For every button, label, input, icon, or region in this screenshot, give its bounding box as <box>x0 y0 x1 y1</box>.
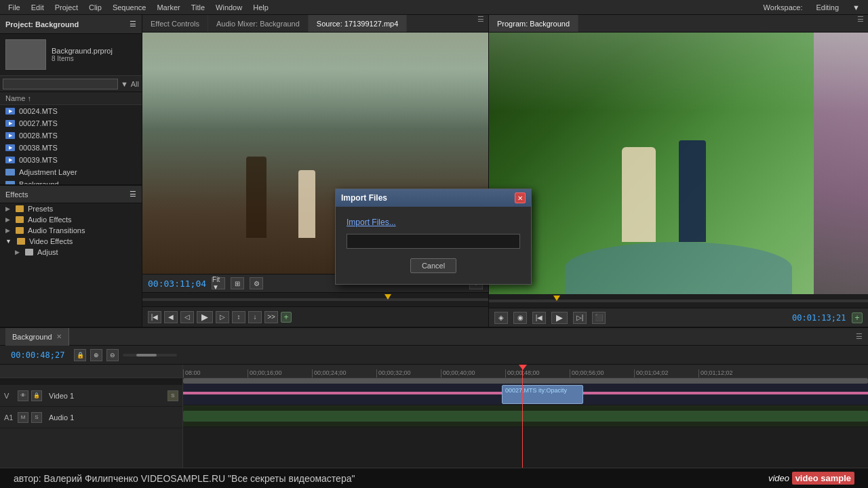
prog-go-start-btn[interactable]: |◀ <box>532 312 546 324</box>
menu-project[interactable]: Project <box>50 2 83 13</box>
filter-all-label: All <box>131 80 139 88</box>
tl-btn-1[interactable]: 🔒 <box>74 349 86 361</box>
add-track-btn[interactable]: + <box>281 312 292 323</box>
list-item[interactable]: ▶ 00024.MTS <box>0 105 142 117</box>
insert-btn[interactable]: ↕ <box>232 311 245 323</box>
source-scrub-area[interactable] <box>142 293 488 306</box>
list-item[interactable]: ▶ 00038.MTS <box>0 142 142 154</box>
tick-6: 00;00;48;00 <box>505 369 540 378</box>
groom-figure <box>679 140 706 242</box>
settings-btn[interactable]: ⚙ <box>250 277 263 289</box>
seq-close-icon[interactable]: ✕ <box>56 333 62 340</box>
menu-marker[interactable]: Marker <box>151 2 185 13</box>
step-frame-fwd-btn[interactable]: ▷ <box>216 311 229 323</box>
track-eye-btn[interactable]: 👁 <box>18 390 28 401</box>
audio-track-label: A1 M S Audio 1 <box>0 407 182 428</box>
tab-program[interactable]: Program: Background <box>489 15 578 32</box>
sequence-tab[interactable]: Background ✕ <box>5 328 69 346</box>
audio-playhead <box>522 405 523 426</box>
import-files-input[interactable] <box>347 234 520 249</box>
project-preview: Backgraund.prproj 8 Items <box>0 34 142 76</box>
zoom-handle[interactable] <box>136 354 157 357</box>
step-frame-back-btn[interactable]: ◁ <box>180 311 194 323</box>
prog-go-end-btn[interactable]: ▷| <box>573 312 587 324</box>
effects-adjust-item[interactable]: ▶ Adjust <box>0 247 142 258</box>
brand-text: video <box>768 473 792 483</box>
panel-menu-icon[interactable]: ☰ <box>130 20 136 28</box>
play-btn[interactable]: ▶ <box>197 311 213 323</box>
menu-edit[interactable]: Edit <box>26 2 50 13</box>
effects-video-effects-item[interactable]: ▼ Video Effects <box>0 236 142 247</box>
filter-input[interactable] <box>3 79 118 89</box>
mark-out-btn[interactable]: ◉ <box>513 312 527 324</box>
effects-menu-icon[interactable]: ☰ <box>130 190 136 199</box>
menu-file[interactable]: File <box>3 2 26 13</box>
list-item[interactable]: Adjustment Layer <box>0 166 142 178</box>
grid-btn[interactable]: ⊞ <box>231 277 244 289</box>
prog-export-btn[interactable]: ⬛ <box>592 312 606 324</box>
effects-list: ▶ Presets ▶ Audio Effects ▶ Audio Transi… <box>0 203 142 258</box>
workspace-chevron-icon[interactable]: ▼ <box>847 2 865 13</box>
prog-play-btn[interactable]: ▶ <box>551 312 568 324</box>
go-to-start-btn[interactable]: |◀ <box>148 311 161 323</box>
import-files-dialog: Import Files ✕ Import Files... Cancel <box>335 188 532 285</box>
program-scrub-area[interactable] <box>489 294 868 308</box>
tl-btn-3[interactable]: ⊖ <box>106 349 119 361</box>
list-item[interactable]: Backgraund <box>0 178 142 184</box>
timeline-ruler[interactable]: 08:00 00;00;16;00 00;00;24;00 00;00;32;0… <box>183 365 868 378</box>
tab-effect-controls[interactable]: Effect Controls <box>142 15 208 32</box>
tl-scrollbar[interactable] <box>183 378 868 384</box>
list-item[interactable]: ▶ 00028.MTS <box>0 129 142 142</box>
effects-presets-item[interactable]: ▶ Presets <box>0 203 142 214</box>
video-track-name: Video 1 <box>49 392 74 400</box>
list-item[interactable]: ▶ 00039.MTS <box>0 154 142 166</box>
menu-window[interactable]: Window <box>210 2 248 13</box>
workspace-value: Editing <box>810 2 844 13</box>
track-lock-btn[interactable]: 🔒 <box>31 390 42 401</box>
audio-solo-btn[interactable]: S <box>31 412 42 423</box>
tick-9: 00;01;12;02 <box>698 369 733 378</box>
step-back-btn[interactable]: ◀ <box>164 311 178 323</box>
effects-audio-transitions-item[interactable]: ▶ Audio Transitions <box>0 225 142 236</box>
overwrite-btn[interactable]: ↓ <box>248 311 262 323</box>
filter-dropdown-icon[interactable]: ▼ <box>121 80 128 88</box>
dialog-close-btn[interactable]: ✕ <box>515 192 526 203</box>
video-file-icon: ▶ <box>5 157 15 163</box>
program-monitor-panel: Program: Background ☰ <box>488 15 868 327</box>
import-files-link[interactable]: Import Files... <box>347 218 520 227</box>
fit-dropdown[interactable]: Fit ▼ <box>212 277 225 289</box>
effects-panel: Effects ☰ ▶ Presets ▶ Audio Effects <box>0 184 142 327</box>
track-sync-btn[interactable]: S <box>167 390 178 401</box>
workspace-area: Workspace: Editing ▼ <box>758 2 865 13</box>
prog-add-btn[interactable]: + <box>852 312 863 323</box>
file-name: 00038.MTS <box>19 144 58 152</box>
cancel-button[interactable]: Cancel <box>410 258 456 273</box>
adjust-folder-icon <box>25 249 33 256</box>
tl-btn-2[interactable]: ⊕ <box>90 349 102 361</box>
tick-3: 00;00;24;00 <box>312 369 347 378</box>
source-panel-menu-icon[interactable]: ☰ <box>473 15 488 32</box>
tab-label: Audio Mixer: Backgraund <box>216 20 300 28</box>
brand-highlight: video sample <box>792 472 854 485</box>
menu-sequence[interactable]: Sequence <box>107 2 152 13</box>
menu-clip[interactable]: Clip <box>83 2 107 13</box>
mark-in-btn[interactable]: ◈ <box>494 312 508 324</box>
effects-audio-effects-item[interactable]: ▶ Audio Effects <box>0 214 142 225</box>
audio-mute-btn[interactable]: M <box>18 412 28 423</box>
timeline-section: Background ✕ ☰ 00:00:48;27 🔒 ⊕ ⊖ <box>0 327 868 468</box>
timeline-clip[interactable]: 00027.MTS ity:Opacity <box>502 385 583 404</box>
bride-figure <box>622 147 656 242</box>
tl-scroll-handle[interactable] <box>183 378 868 384</box>
timeline-menu-icon[interactable]: ☰ <box>856 332 863 341</box>
zoom-track[interactable] <box>123 354 177 357</box>
menu-help[interactable]: Help <box>248 2 274 13</box>
tab-audio-mixer[interactable]: Audio Mixer: Backgraund <box>208 15 309 32</box>
export-btn[interactable]: >> <box>264 311 278 323</box>
list-item[interactable]: ▶ 00027.MTS <box>0 117 142 129</box>
video-file-icon: ▶ <box>5 108 15 115</box>
program-tab-label: Program: Background <box>497 20 570 28</box>
watermark-text: автор: Валерий Филипченко VIDEOSAMPLE.RU… <box>14 473 355 484</box>
menu-title[interactable]: Title <box>186 2 210 13</box>
program-panel-menu-icon[interactable]: ☰ <box>853 15 868 32</box>
tab-source[interactable]: Source: 171399127.mp4 <box>309 15 407 32</box>
